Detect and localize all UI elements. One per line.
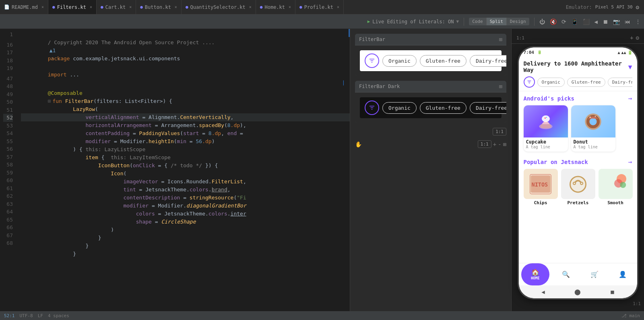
hand-icon[interactable]: ✋ bbox=[355, 141, 362, 148]
tab-close-icon[interactable]: × bbox=[337, 5, 339, 9]
kotlin-icon: ● bbox=[260, 4, 263, 10]
kotlin-icon: ● bbox=[140, 4, 143, 10]
tab-close-icon[interactable]: × bbox=[129, 5, 132, 9]
power-icon[interactable]: ⏻ bbox=[539, 18, 545, 25]
chip-organic-dark[interactable]: Organic bbox=[382, 102, 417, 114]
kotlin-icon: ● bbox=[186, 4, 188, 10]
zoom-reset-btn[interactable]: 1:1 bbox=[478, 140, 491, 148]
svg-point-17 bbox=[589, 116, 591, 118]
view-mode-selector: Code Split Design bbox=[469, 18, 529, 25]
code-editor[interactable]: 1 16 17 18 19 47 48 49 50 51 52 53 54 55… bbox=[0, 29, 350, 311]
design-mode-button[interactable]: Design bbox=[507, 18, 529, 25]
cupcake-tagline: A tag line bbox=[526, 145, 566, 149]
svg-point-29 bbox=[620, 182, 626, 188]
section1-arrow[interactable]: → bbox=[628, 94, 632, 102]
tab-filters[interactable]: ● Filters.kt × bbox=[48, 0, 97, 14]
chip-dairyfree-light[interactable]: Dairy-free bbox=[470, 55, 506, 67]
live-editing-toggle[interactable]: ▶ Live Editing of Literals: ON ▼ bbox=[367, 19, 459, 25]
mute-icon[interactable]: 🔇 bbox=[550, 18, 557, 25]
popular-header: Popular on Jetsnack → bbox=[519, 155, 637, 167]
pick-card-cupcake[interactable]: Cupcake A tag line bbox=[524, 105, 568, 152]
filter-icon-button-dark[interactable] bbox=[365, 101, 379, 115]
expand-icon[interactable]: ⊞ bbox=[499, 36, 502, 43]
phone-icon[interactable]: 📱 bbox=[571, 18, 578, 25]
popular-card-smoothie[interactable]: Smooth bbox=[599, 169, 633, 205]
svg-point-18 bbox=[595, 116, 596, 117]
tab-close-icon[interactable]: × bbox=[289, 5, 291, 9]
chip-organic-light[interactable]: Organic bbox=[382, 55, 417, 67]
back-icon[interactable]: ◀ bbox=[594, 18, 598, 25]
live-editing-arrow: ▼ bbox=[456, 19, 459, 24]
expand-icon-dark[interactable]: ⊞ bbox=[499, 83, 502, 90]
split-mode-button[interactable]: Split bbox=[487, 18, 507, 25]
nav-search[interactable]: 🔍 bbox=[552, 263, 580, 285]
filterbar-light-title: FilterBar bbox=[359, 37, 385, 42]
scale-label: 1:1 bbox=[633, 301, 641, 306]
phone-zoom-icon[interactable]: + bbox=[630, 35, 633, 41]
preview-toolbar: ✋ 1:1 + - ⊞ bbox=[355, 139, 506, 150]
screenshot-icon[interactable]: 📷 bbox=[613, 18, 620, 25]
filter-icon-button-light[interactable] bbox=[365, 53, 379, 68]
phone-panel-header: 1:1 + ⚙ bbox=[512, 32, 644, 44]
picks-scroll: Cupcake A tag line bbox=[519, 104, 637, 155]
file-icon: 📄 bbox=[4, 4, 10, 10]
tablet-icon[interactable]: ⬛ bbox=[583, 18, 590, 25]
main-toolbar: ▶ Live Editing of Literals: ON ▼ Code Sp… bbox=[0, 14, 644, 29]
phone-chip-organic[interactable]: Organic bbox=[537, 78, 565, 87]
tab-close-icon[interactable]: × bbox=[175, 5, 177, 9]
smoothie-image bbox=[599, 169, 633, 199]
delivery-dropdown-icon[interactable]: ▼ bbox=[628, 63, 632, 71]
code-line-17: package com.example.jetsnack.ui.componen… bbox=[21, 47, 350, 55]
donut-image bbox=[571, 105, 615, 137]
popular-card-chips[interactable]: NITOS Chips bbox=[524, 169, 558, 205]
tab-close-icon[interactable]: × bbox=[249, 5, 252, 9]
popular-card-pretzels[interactable]: Pretzels bbox=[561, 169, 595, 205]
tab-home[interactable]: ● Home.kt × bbox=[256, 0, 295, 14]
filterbar-dark-title: FilterBar Dark bbox=[359, 84, 400, 89]
kotlin-icon: ● bbox=[101, 4, 103, 10]
phone-settings-icon[interactable]: ⚙ bbox=[636, 35, 639, 41]
more-icon[interactable]: ⋮ bbox=[635, 18, 641, 25]
phone-chip-dairyfree[interactable]: Dairy-free bbox=[608, 78, 632, 87]
chip-dairyfree-dark[interactable]: Dairy-free bbox=[470, 102, 506, 114]
settings-icon[interactable]: ⚙ bbox=[636, 4, 639, 10]
tab-close-icon[interactable]: × bbox=[41, 5, 44, 9]
chips-label: Chips bbox=[524, 200, 558, 205]
rotate-icon[interactable]: ⟳ bbox=[561, 18, 566, 25]
branch-icon: ⎇ main bbox=[621, 313, 640, 318]
tab-profile[interactable]: ● Profile.kt × bbox=[295, 0, 344, 14]
phone-chip-glutenfree[interactable]: Gluten-free bbox=[567, 78, 605, 87]
phone-panel-label: 1:1 bbox=[516, 35, 524, 41]
stop-icon[interactable]: ⏹ bbox=[603, 18, 608, 25]
phone-filter-button[interactable] bbox=[524, 76, 535, 88]
device-label: Pixel 5 API 30 bbox=[595, 4, 633, 10]
zoom-in-icon[interactable]: + bbox=[493, 141, 496, 148]
tab-quantityselector[interactable]: ● QuantitySelector.kt × bbox=[182, 0, 256, 14]
pick-card-donut[interactable]: Donut A tag line bbox=[571, 105, 615, 152]
svg-rect-10 bbox=[541, 124, 551, 128]
tab-readme[interactable]: 📄 README.md × bbox=[0, 0, 48, 14]
chip-glutenfree-light[interactable]: Gluten-free bbox=[420, 55, 466, 67]
section2-arrow[interactable]: → bbox=[628, 158, 632, 166]
recents-system-button[interactable]: ■ bbox=[611, 289, 614, 295]
zoom-label[interactable]: 1:1 bbox=[493, 128, 506, 135]
home-system-button[interactable]: ⬤ bbox=[574, 289, 581, 295]
back-system-button[interactable]: ◀ bbox=[541, 289, 545, 295]
replay-icon[interactable]: ⏮ bbox=[625, 18, 630, 25]
tab-close-icon[interactable]: × bbox=[90, 5, 92, 9]
tab-cart[interactable]: ● Cart.kt × bbox=[97, 0, 136, 14]
zoom-out-icon[interactable]: - bbox=[498, 141, 501, 148]
chip-glutenfree-dark[interactable]: Gluten-free bbox=[420, 102, 466, 114]
code-content[interactable]: / Copyright 2020 The Android Open Source… bbox=[21, 29, 350, 311]
code-mode-button[interactable]: Code bbox=[469, 18, 487, 25]
smoothie-label: Smooth bbox=[599, 200, 633, 205]
nav-home[interactable]: 🏠 HOME bbox=[521, 263, 550, 285]
nav-cart[interactable]: 🛒 bbox=[580, 263, 609, 285]
grid-icon[interactable]: ⊞ bbox=[503, 141, 506, 148]
home-icon: 🏠 bbox=[531, 269, 539, 276]
battery-icon: 🔋 bbox=[537, 50, 542, 54]
kotlin-icon: ● bbox=[299, 4, 302, 10]
cupcake-image bbox=[524, 105, 568, 137]
tab-button[interactable]: ● Button.kt × bbox=[136, 0, 182, 14]
nav-profile[interactable]: 👤 bbox=[609, 263, 637, 285]
